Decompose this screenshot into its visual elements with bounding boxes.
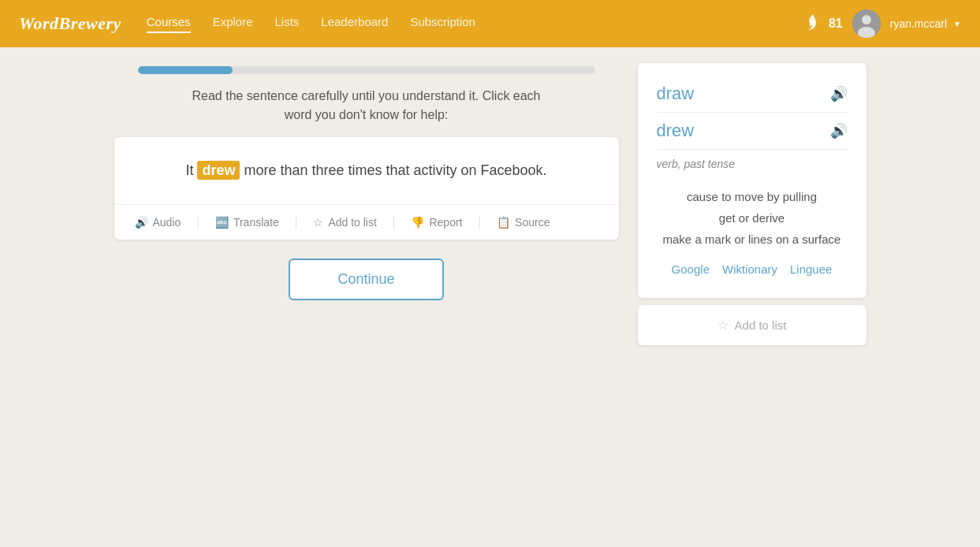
word-divider-2 [657, 149, 848, 150]
separator-1: | [196, 214, 199, 230]
svg-point-1 [862, 15, 871, 24]
source-icon: 📋 [497, 216, 510, 229]
wiktionary-link[interactable]: Wiktionary [722, 262, 777, 276]
audio-button[interactable]: 🔊 Audio [127, 213, 189, 232]
site-logo[interactable]: WordBrewery [19, 13, 121, 34]
nav-explore[interactable]: Explore [213, 15, 253, 33]
word-draw-row: draw 🔊 [657, 79, 848, 109]
instruction-text: Read the sentence carefully until you un… [192, 87, 540, 125]
sentence-card: It drew more than three times that activ… [114, 137, 619, 240]
sentence-after: more than three times that activity on F… [240, 162, 546, 178]
word-draw[interactable]: draw [657, 84, 695, 104]
word-card: draw 🔊 drew 🔊 verb, past tense cause to … [638, 63, 866, 298]
sentence-before: It [185, 162, 197, 178]
sentence-body: It drew more than three times that activ… [114, 137, 619, 204]
nav-leaderboard[interactable]: Leaderboard [321, 15, 388, 33]
nav-courses[interactable]: Courses [147, 15, 191, 33]
translate-icon: 🔤 [215, 216, 229, 229]
definition-3: make a mark or lines on a surface [657, 229, 848, 250]
nav-links: Courses Explore Lists Leaderboard Subscr… [147, 15, 777, 33]
sentence-toolbar: 🔊 Audio | 🔤 Translate | ☆ Add to list | … [114, 204, 619, 240]
right-panel: draw 🔊 drew 🔊 verb, past tense cause to … [638, 63, 866, 345]
definition-1: cause to move by pulling [657, 186, 848, 207]
navbar: WordBrewery Courses Explore Lists Leader… [0, 0, 980, 47]
word-drew[interactable]: drew [657, 121, 695, 141]
brewery-icon [802, 13, 824, 35]
linguee-link[interactable]: Linguee [790, 262, 832, 276]
user-menu[interactable]: ryan.mccarl ▼ [890, 17, 961, 30]
source-button[interactable]: 📋 Source [489, 213, 557, 232]
continue-button[interactable]: Continue [289, 259, 443, 300]
add-to-list-button[interactable]: ☆ Add to list [305, 213, 384, 232]
separator-3: | [393, 214, 396, 230]
report-button[interactable]: 👎 Report [403, 213, 470, 232]
separator-2: | [295, 214, 298, 230]
star-icon: ☆ [313, 216, 323, 229]
highlighted-word[interactable]: drew [197, 161, 240, 180]
dropdown-arrow-icon: ▼ [953, 20, 961, 28]
sound-drew-icon[interactable]: 🔊 [830, 122, 848, 140]
add-to-list-label: Add to list [735, 318, 787, 332]
google-link[interactable]: Google [672, 262, 710, 276]
word-definitions: cause to move by pulling get or derive m… [657, 180, 848, 262]
progress-area [114, 63, 619, 74]
avatar [852, 9, 881, 38]
nav-subscription[interactable]: Subscription [410, 15, 475, 33]
left-panel: Read the sentence carefully until you un… [114, 63, 619, 345]
score-badge: 81 [802, 13, 843, 35]
add-to-list-card[interactable]: ☆ Add to list [638, 305, 866, 345]
instruction-line2: word you don't know for help: [285, 108, 449, 121]
word-divider-1 [657, 112, 848, 113]
score-value: 81 [829, 17, 843, 31]
word-links: Google Wiktionary Linguee [657, 262, 848, 282]
sound-draw-icon[interactable]: 🔊 [830, 85, 848, 102]
thumbsdown-icon: 👎 [411, 216, 424, 229]
progress-bar-bg [138, 66, 595, 74]
progress-bar-fill [138, 66, 233, 74]
nav-lists[interactable]: Lists [274, 15, 299, 33]
word-drew-row: drew 🔊 [657, 116, 848, 146]
username: ryan.mccarl [890, 17, 947, 30]
audio-icon: 🔊 [135, 216, 148, 229]
word-pos: verb, past tense [657, 153, 848, 180]
main-content: Read the sentence carefully until you un… [0, 47, 980, 361]
separator-4: | [479, 214, 482, 230]
translate-button[interactable]: 🔤 Translate [207, 213, 287, 232]
nav-right: 81 ryan.mccarl ▼ [802, 9, 961, 38]
definition-2: get or derive [657, 207, 848, 229]
add-list-star-icon: ☆ [717, 318, 728, 333]
instruction-line1: Read the sentence carefully until you un… [192, 89, 540, 102]
